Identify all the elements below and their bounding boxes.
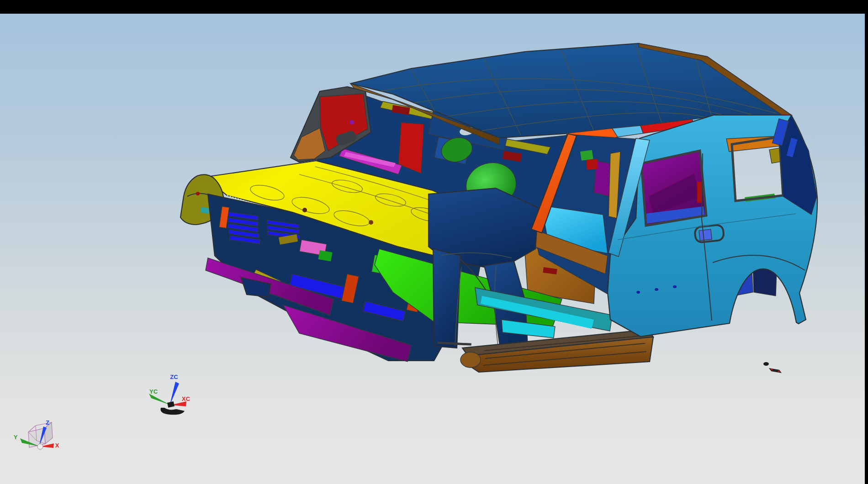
top-frame-bar [0, 0, 868, 14]
cad-viewport-canvas[interactable]: ZC YC XC Z Y X [0, 14, 865, 484]
graphics-viewport[interactable]: ZC YC XC Z Y X [0, 14, 865, 484]
wcs-triad[interactable]: ZC YC XC [149, 374, 191, 415]
quarter-window[interactable] [726, 136, 783, 202]
wcs-y-label: YC [149, 388, 158, 395]
absolute-csys-triad: Z Y X [14, 419, 59, 449]
cowl-side-red-panel[interactable] [398, 122, 424, 174]
abs-z-label: Z [46, 419, 49, 426]
rear-door-window[interactable] [641, 151, 706, 226]
abs-x-label: X [55, 442, 59, 449]
right-frame-bar [865, 0, 868, 484]
wcs-z-label: ZC [170, 374, 178, 380]
abs-y-label: Y [14, 434, 18, 441]
cad-application-window: ZC YC XC Z Y X [0, 0, 868, 484]
wcs-origin-handle[interactable] [167, 401, 175, 408]
wcs-y-axis-arrow[interactable] [149, 394, 170, 405]
body-side-panel[interactable] [608, 115, 817, 337]
detached-small-parts[interactable] [763, 362, 782, 373]
wcs-rotate-handle[interactable] [160, 408, 185, 415]
wcs-x-label: XC [182, 395, 191, 402]
car-body-model[interactable] [180, 43, 817, 373]
abs-origin-ball [37, 444, 43, 449]
